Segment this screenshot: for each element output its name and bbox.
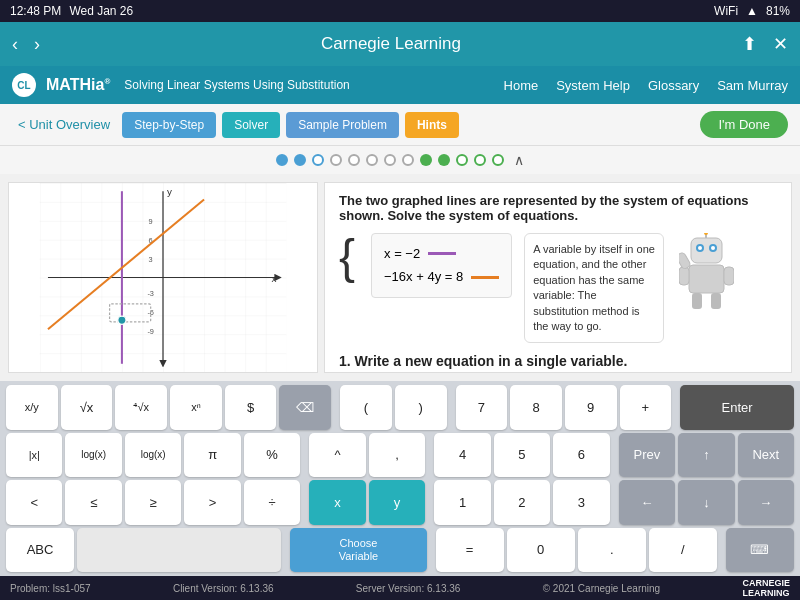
num-4-key[interactable]: 4 <box>434 433 490 478</box>
forward-button[interactable]: › <box>34 34 40 55</box>
nav-glossary[interactable]: Glossary <box>648 78 699 93</box>
nav-user[interactable]: Sam Murray <box>717 78 788 93</box>
less-than-key[interactable]: < <box>6 480 62 525</box>
num-5-key[interactable]: 5 <box>494 433 550 478</box>
eq1-color-line <box>428 252 456 255</box>
enter-key[interactable]: Enter <box>680 385 794 430</box>
client-version: Client Version: 6.13.36 <box>173 583 274 594</box>
share-button[interactable]: ⬆ <box>742 33 757 55</box>
sample-problem-button[interactable]: Sample Problem <box>286 112 399 138</box>
svg-point-20 <box>711 246 715 250</box>
hints-button[interactable]: Hints <box>405 112 459 138</box>
abs-key[interactable]: |x| <box>6 433 62 478</box>
progress-dot-13 <box>492 154 504 166</box>
close-button[interactable]: ✕ <box>773 33 788 55</box>
signal-icon: ▲ <box>746 4 758 18</box>
date-display: Wed Jan 26 <box>69 4 133 18</box>
toolbar: < Unit Overview Step-by-Step Solver Samp… <box>0 104 800 146</box>
progress-dot-10 <box>438 154 450 166</box>
choose-variable-key[interactable]: ChooseVariable <box>290 528 426 573</box>
percent-key[interactable]: % <box>244 433 300 478</box>
comma-key[interactable]: , <box>369 433 425 478</box>
done-button[interactable]: I'm Done <box>700 111 788 138</box>
keyboard-toggle-key[interactable]: ⌨ <box>726 528 794 573</box>
progress-dot-4 <box>330 154 342 166</box>
solver-button[interactable]: Solver <box>222 112 280 138</box>
copyright: © 2021 Carnegie Learning <box>543 583 660 594</box>
abc-key[interactable]: ABC <box>6 528 74 573</box>
nav-system-help[interactable]: System Help <box>556 78 630 93</box>
robot-illustration <box>676 233 736 313</box>
var-x-key[interactable]: x <box>309 480 365 525</box>
num-1-key[interactable]: 1 <box>434 480 490 525</box>
right-arrow-key[interactable]: → <box>738 480 794 525</box>
nthroot-key[interactable]: ⁴√x <box>115 385 167 430</box>
progress-dot-7 <box>384 154 396 166</box>
nav-home[interactable]: Home <box>504 78 539 93</box>
next-key[interactable]: Next <box>738 433 794 478</box>
down-arrow-key[interactable]: ↓ <box>678 480 734 525</box>
svg-rect-25 <box>724 267 734 285</box>
progress-collapse-icon[interactable]: ∧ <box>514 152 524 168</box>
battery-display: 81% <box>766 4 790 18</box>
less-equal-key[interactable]: ≤ <box>65 480 121 525</box>
log-key[interactable]: log(x) <box>65 433 121 478</box>
carnegie-logo: CARNEGIELEARNING <box>742 578 790 598</box>
eq2-color-line <box>471 276 499 279</box>
greater-equal-key[interactable]: ≥ <box>125 480 181 525</box>
graph-area: y x 9 6 3 -3 -6 -9 <box>8 182 318 373</box>
keyboard: x/y √x ⁴√x xⁿ $ ⌫ ( ) 7 8 9 + Enter |x| … <box>0 381 800 576</box>
problem-id: Problem: lss1-057 <box>10 583 91 594</box>
plus-key[interactable]: + <box>620 385 672 430</box>
keyboard-row-4: ABC ChooseVariable = 0 . / ⌨ <box>6 528 794 573</box>
equations: x = −2 −16x + 4y = 8 <box>371 233 512 298</box>
num-9-key[interactable]: 9 <box>565 385 617 430</box>
progress-dot-11 <box>456 154 468 166</box>
svg-point-22 <box>704 233 708 235</box>
close-paren-key[interactable]: ) <box>395 385 447 430</box>
time-display: 12:48 PM <box>10 4 61 18</box>
back-button[interactable]: ‹ <box>12 34 18 55</box>
lesson-title: Solving Linear Systems Using Substitutio… <box>124 78 493 92</box>
num-3-key[interactable]: 3 <box>553 480 609 525</box>
num-8-key[interactable]: 8 <box>510 385 562 430</box>
step-by-step-button[interactable]: Step-by-Step <box>122 112 216 138</box>
power-key[interactable]: xⁿ <box>170 385 222 430</box>
num-0-key[interactable]: 0 <box>507 528 575 573</box>
caret-key[interactable]: ^ <box>309 433 365 478</box>
backspace-key[interactable]: ⌫ <box>279 385 331 430</box>
problem-intro: The two graphed lines are represented by… <box>339 193 777 223</box>
progress-dot-6 <box>366 154 378 166</box>
status-footer: Problem: lss1-057 Client Version: 6.13.3… <box>0 576 800 600</box>
greater-than-key[interactable]: > <box>184 480 240 525</box>
svg-text:y: y <box>167 186 172 197</box>
num-2-key[interactable]: 2 <box>494 480 550 525</box>
svg-rect-16 <box>691 238 722 263</box>
unit-overview-button[interactable]: < Unit Overview <box>12 113 116 136</box>
divide-key[interactable]: ÷ <box>244 480 300 525</box>
equation-box: { x = −2 −16x + 4y = 8 A variable by its… <box>339 233 777 343</box>
num-7-key[interactable]: 7 <box>456 385 508 430</box>
text-input-field[interactable] <box>77 528 281 573</box>
progress-dot-1 <box>276 154 288 166</box>
num-6-key[interactable]: 6 <box>553 433 609 478</box>
svg-text:9: 9 <box>149 217 153 226</box>
open-paren-key[interactable]: ( <box>340 385 392 430</box>
mathia-logo-icon: CL <box>12 73 36 97</box>
var-y-key[interactable]: y <box>369 480 425 525</box>
dollar-key[interactable]: $ <box>225 385 277 430</box>
sqrt-key[interactable]: √x <box>61 385 113 430</box>
left-arrow-key[interactable]: ← <box>619 480 675 525</box>
up-arrow-key[interactable]: ↑ <box>678 433 734 478</box>
pi-key[interactable]: π <box>184 433 240 478</box>
svg-rect-23 <box>689 265 724 293</box>
svg-text:3: 3 <box>149 255 153 264</box>
log2-key[interactable]: log(x) <box>125 433 181 478</box>
fraction-key[interactable]: x/y <box>6 385 58 430</box>
slash-key[interactable]: / <box>649 528 717 573</box>
equals-key[interactable]: = <box>436 528 504 573</box>
decimal-key[interactable]: . <box>578 528 646 573</box>
title-bar: ‹ › Carnegie Learning ⬆ ✕ <box>0 22 800 66</box>
svg-text:x: x <box>271 273 276 284</box>
prev-key[interactable]: Prev <box>619 433 675 478</box>
